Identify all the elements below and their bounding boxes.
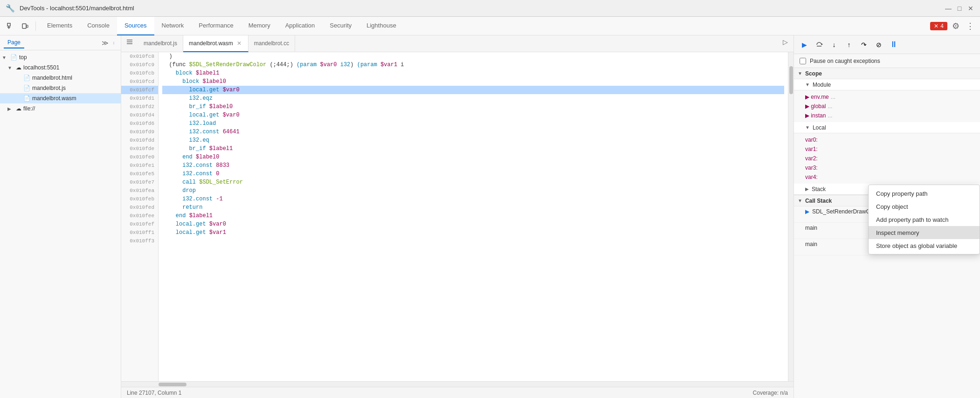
gutter-0x010fed: 0x010fed <box>121 203 158 212</box>
device-toggle-btn[interactable] <box>19 20 32 33</box>
code-line-14: i32.const 0 <box>162 170 784 178</box>
step-over-btn[interactable] <box>813 38 826 51</box>
tree-item-top[interactable]: ▼ 📄 top <box>0 52 121 62</box>
code-content[interactable]: ) (func $SDL_SetRenderDrawColor (;444;) … <box>159 52 788 381</box>
call-stack-icon-0: ▶ <box>805 208 809 215</box>
tab-sources[interactable]: Sources <box>117 17 154 35</box>
scrollbar-thumb[interactable] <box>789 66 793 94</box>
vertical-scrollbar[interactable] <box>788 52 794 381</box>
gutter-0x010fea: 0x010fea <box>121 186 158 195</box>
tab-elements[interactable]: Elements <box>40 17 80 35</box>
step-into-btn[interactable]: ↓ <box>828 38 841 51</box>
gutter-0x010fef: 0x010fef <box>121 220 158 228</box>
code-line-0: ) <box>162 52 784 61</box>
deactivate-breakpoints-btn[interactable]: ⊘ <box>872 38 885 51</box>
gutter-0x010fd2: 0x010fd2 <box>121 103 158 111</box>
scope-global[interactable]: ▶ global ... <box>794 102 980 111</box>
pause-checkbox[interactable] <box>800 58 806 64</box>
local-header[interactable]: ▼ Local <box>794 122 980 133</box>
pause-btn[interactable]: ⏸ <box>887 38 900 51</box>
tree-item-file[interactable]: ▶ ☁ file:// <box>0 103 121 114</box>
scope-instan[interactable]: ▶ instan ... <box>794 111 980 120</box>
step-btn[interactable]: ↷ <box>857 38 870 51</box>
scope-global-val: ... <box>828 103 832 110</box>
file-tab-cc-label: mandelbrot.cc <box>254 40 289 47</box>
scope-env-val: ... <box>831 94 835 100</box>
scope-header[interactable]: ▼ Scope <box>794 68 980 79</box>
file-tab-more-btn[interactable]: ▷ <box>779 35 792 48</box>
context-menu-inspect-mem[interactable]: Inspect memory <box>869 226 980 239</box>
h-scrollbar-thumb[interactable] <box>159 383 186 386</box>
context-menu-copy-path[interactable]: Copy property path <box>869 187 980 200</box>
title-bar-title: DevTools - localhost:5501/mandelbrot.htm… <box>20 5 940 12</box>
resume-btn[interactable]: ▶ <box>798 38 811 51</box>
sidebar-more-btn[interactable]: ≫ <box>102 39 109 47</box>
scope-var0[interactable]: var0: <box>794 135 980 144</box>
toolbar-divider <box>35 21 36 31</box>
sidebar-toggle-btn[interactable] <box>123 35 136 48</box>
tab-security[interactable]: Security <box>322 17 359 35</box>
tab-performance[interactable]: Performance <box>191 17 241 35</box>
context-menu-add-watch[interactable]: Add property path to watch <box>869 213 980 226</box>
gutter-0x010fcb: 0x010fcb <box>121 69 158 77</box>
right-panel: ▶ ↓ ↑ ↷ ⊘ ⏸ Pause on caught exceptions ▼ <box>794 35 980 398</box>
tab-lighthouse[interactable]: Lighthouse <box>359 17 404 35</box>
close-button[interactable]: ✕ <box>967 5 974 12</box>
gutter-0x010fcf: 0x010fcf <box>121 86 158 94</box>
inspect-icon-btn[interactable] <box>4 20 17 33</box>
call-stack-fn-2: main <box>805 241 817 247</box>
tab-application[interactable]: Application <box>278 17 323 35</box>
code-gutter: 0x010fc8 0x010fc9 0x010fcb 0x010fcd 0x01… <box>121 52 159 381</box>
step-out-btn[interactable]: ↑ <box>842 38 856 51</box>
sidebar-menu-btn[interactable]: ⋮ <box>112 41 115 44</box>
module-arrow: ▼ <box>805 82 810 87</box>
gutter-0x010fee: 0x010fee <box>121 212 158 220</box>
more-button[interactable]: ⋮ <box>964 19 976 33</box>
settings-button[interactable]: ⚙ <box>950 19 961 33</box>
error-x-icon: ✕ <box>934 23 939 29</box>
gutter-0x010fd1: 0x010fd1 <box>121 94 158 103</box>
title-bar-controls: — □ ✕ <box>945 5 974 12</box>
context-menu-copy-obj[interactable]: Copy object <box>869 200 980 213</box>
file-tab-mandelbrot-cc[interactable]: mandelbrot.cc <box>248 35 295 52</box>
file-tab-mandelbrot-js[interactable]: mandelbrot.js <box>138 35 183 52</box>
code-line-13: i32.const 8833 <box>162 161 784 170</box>
scope-var1[interactable]: var1: <box>794 144 980 154</box>
sidebar-tab-page[interactable]: Page <box>4 37 24 48</box>
file-tab-wasm-label: mandelbrot.wasm <box>189 40 233 47</box>
scope-var2-key: var2: <box>805 155 818 162</box>
toolbar-left <box>4 20 38 33</box>
status-bar: Line 27107, Column 1 Coverage: n/a <box>121 387 794 398</box>
scope-env[interactable]: ▶ env.me ... <box>794 92 980 102</box>
tree-item-mandelbrot-wasm[interactable]: 📄 mandelbrot.wasm <box>0 93 121 103</box>
tab-bar: Elements Console Sources Network Perform… <box>40 17 928 35</box>
call-stack-arrow: ▼ <box>798 198 802 203</box>
context-menu-store-global[interactable]: Store object as global variable <box>869 239 980 252</box>
tab-memory[interactable]: Memory <box>241 17 278 35</box>
error-badge[interactable]: ✕ 4 <box>930 22 947 30</box>
code-line-18: return <box>162 203 784 212</box>
scope-env-key: ▶ env.me <box>805 94 829 100</box>
minimize-button[interactable]: — <box>945 5 952 12</box>
code-line-21: local.get $var1 <box>162 228 784 237</box>
tree-item-localhost[interactable]: ▼ ☁ localhost:5501 <box>0 62 121 73</box>
cursor-position: Line 27107, Column 1 <box>127 390 181 396</box>
scope-var2[interactable]: var2: <box>794 154 980 163</box>
scope-var3[interactable]: var3: <box>794 163 980 172</box>
file-tab-wasm-close[interactable]: ✕ <box>236 40 242 47</box>
module-header[interactable]: ▼ Module <box>794 79 980 90</box>
code-line-5: i32.eqz <box>162 94 784 103</box>
tab-console[interactable]: Console <box>80 17 117 35</box>
file-tab-mandelbrot-wasm[interactable]: mandelbrot.wasm ✕ <box>183 35 248 52</box>
coverage-status: Coverage: n/a <box>753 390 788 396</box>
horizontal-scrollbar[interactable] <box>121 381 794 387</box>
tree-item-mandelbrot-js[interactable]: 📄 mandelbrot.js <box>0 83 121 93</box>
tree-item-mandelbrot-html[interactable]: 📄 mandelbrot.html <box>0 73 121 83</box>
gutter-0x010ff3: 0x010ff3 <box>121 237 158 245</box>
scope-var4[interactable]: var4: <box>794 172 980 182</box>
sidebar-header: Page ≫ ⋮ <box>0 35 121 50</box>
file-tabs: mandelbrot.js mandelbrot.wasm ✕ mandelbr… <box>121 35 794 52</box>
tree-arrow-file: ▶ <box>7 106 14 111</box>
maximize-button[interactable]: □ <box>956 5 963 12</box>
tab-network[interactable]: Network <box>154 17 192 35</box>
